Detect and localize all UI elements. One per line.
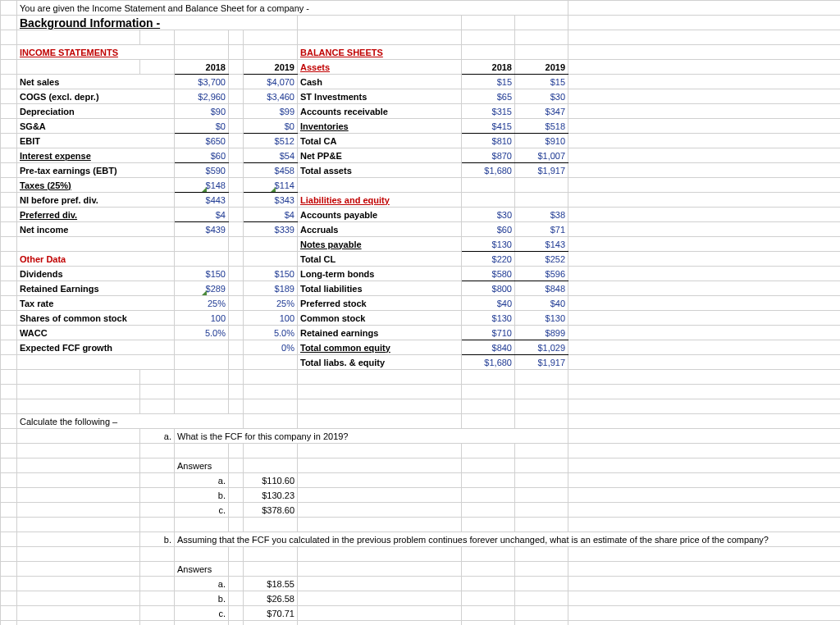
bs-asset-2019: $518 <box>515 119 568 134</box>
bs-liab-2019: $130 <box>515 311 568 326</box>
ans-b-value: $26.58 <box>244 591 298 606</box>
bs-asset-2019: $1,007 <box>515 148 568 163</box>
question-a: What is the FCF for this company in 2019… <box>175 429 568 444</box>
is-year-2018: 2018 <box>175 60 229 75</box>
is-val-2018: $60 <box>175 148 229 163</box>
bs-asset-label: Cash <box>298 75 462 89</box>
other-val-2018: 5.0% <box>175 326 229 340</box>
bs-asset-2018: $65 <box>462 89 515 104</box>
income-statement-title: INCOME STATEMENTS <box>17 45 175 60</box>
assets-header: Assets <box>298 60 462 75</box>
other-val-2018 <box>175 340 229 355</box>
bs-liab-2019: $1,917 <box>515 355 568 370</box>
answers-label-b: Answers <box>175 562 229 577</box>
intro-text: You are given the Income Statement and B… <box>17 1 568 16</box>
other-val-2019: $150 <box>244 267 298 281</box>
is-val-2019: $3,460 <box>244 89 298 104</box>
other-data-title: Other Data <box>17 252 175 267</box>
bs-asset-2019: $30 <box>515 89 568 104</box>
other-val-2019: 25% <box>244 296 298 311</box>
bs-year-2019: 2019 <box>515 60 568 75</box>
is-val-2018: $4 <box>175 208 229 222</box>
bs-liab-2019: $1,029 <box>515 340 568 355</box>
bs-asset-label: Total assets <box>298 163 462 178</box>
bs-liab-2019: $848 <box>515 281 568 296</box>
bs-liab-label: Total CL <box>298 252 462 267</box>
is-val-2019: $99 <box>244 104 298 119</box>
is-row-label: Interest expense <box>17 148 175 163</box>
bs-liab-2018: $30 <box>462 208 515 222</box>
bs-asset-2018: $870 <box>462 148 515 163</box>
other-val-2018: $289 <box>175 281 229 296</box>
bs-liab-2018: $580 <box>462 267 515 281</box>
is-row-label: Depreciation <box>17 104 175 119</box>
other-row-label: Shares of common stock <box>17 311 175 326</box>
bs-asset-2019: $1,917 <box>515 163 568 178</box>
bs-liab-2019: $899 <box>515 326 568 340</box>
ans-b-letter: c. <box>175 606 229 621</box>
other-val-2019: 5.0% <box>244 326 298 340</box>
answers-label-a: Answers <box>175 458 229 473</box>
bs-asset-label: Total CA <box>298 134 462 148</box>
bs-liab-2019: $252 <box>515 252 568 267</box>
other-row-label: Dividends <box>17 267 175 281</box>
is-row-label: SG&A <box>17 119 175 134</box>
bs-liab-2018: $840 <box>462 340 515 355</box>
ans-a-value: $130.23 <box>244 488 298 503</box>
is-row-label: Preferred div. <box>17 208 175 222</box>
is-val-2019: $4,070 <box>244 75 298 89</box>
bs-liab-2018: $130 <box>462 237 515 252</box>
balance-sheet-title: BALANCE SHEETS <box>298 45 462 60</box>
ans-b-value: $70.71 <box>244 606 298 621</box>
bs-year-2018: 2018 <box>462 60 515 75</box>
is-val-2019: $458 <box>244 163 298 178</box>
bs-asset-2018: $415 <box>462 119 515 134</box>
is-row-label: Pre-tax earnings (EBT) <box>17 163 175 178</box>
is-val-2019: $512 <box>244 134 298 148</box>
bs-liab-2018: $40 <box>462 296 515 311</box>
is-val-2018: $439 <box>175 222 229 237</box>
is-val-2019: $343 <box>244 193 298 208</box>
other-val-2019: $189 <box>244 281 298 296</box>
is-val-2018: $590 <box>175 163 229 178</box>
bs-liab-2018: $130 <box>462 311 515 326</box>
is-row-label: Net sales <box>17 75 175 89</box>
ans-b-letter: b. <box>175 591 229 606</box>
bs-liab-label: Total liabilities <box>298 281 462 296</box>
bs-asset-label: ST Investments <box>298 89 462 104</box>
bs-liab-2019: $143 <box>515 237 568 252</box>
is-val-2018: $3,700 <box>175 75 229 89</box>
is-row-label: Net income <box>17 222 175 237</box>
ans-a-letter: a. <box>175 473 229 488</box>
bs-asset-2018: $1,680 <box>462 163 515 178</box>
is-val-2018: $90 <box>175 104 229 119</box>
bs-liab-label: Long-term bonds <box>298 267 462 281</box>
ans-a-letter: c. <box>175 503 229 518</box>
other-val-2018: $150 <box>175 267 229 281</box>
spreadsheet: You are given the Income Statement and B… <box>0 0 840 625</box>
is-row-label: NI before pref. div. <box>17 193 175 208</box>
bs-asset-2018: $315 <box>462 104 515 119</box>
bs-liab-2018: $800 <box>462 281 515 296</box>
bs-asset-label: Accounts receivable <box>298 104 462 119</box>
bs-liab-2018: $220 <box>462 252 515 267</box>
bs-liab-label: Preferred stock <box>298 296 462 311</box>
question-b: Assuming that the FCF you calculated in … <box>175 532 841 547</box>
bs-liab-label: Notes payable <box>298 237 462 252</box>
bs-liab-2018: $710 <box>462 326 515 340</box>
other-val-2019: 100 <box>244 311 298 326</box>
other-row-label: Expected FCF growth <box>17 340 175 355</box>
is-row-label: EBIT <box>17 134 175 148</box>
bs-liab-label: Common stock <box>298 311 462 326</box>
other-val-2018: 100 <box>175 311 229 326</box>
bs-liab-2018: $60 <box>462 222 515 237</box>
liab-header: Liabilities and equity <box>298 193 462 208</box>
is-row-label: COGS (excl. depr.) <box>17 89 175 104</box>
bs-liab-2018: $1,680 <box>462 355 515 370</box>
bs-asset-2019: $910 <box>515 134 568 148</box>
is-val-2018: $2,960 <box>175 89 229 104</box>
is-val-2019: $339 <box>244 222 298 237</box>
bs-asset-2019: $15 <box>515 75 568 89</box>
other-row-label: WACC <box>17 326 175 340</box>
is-val-2019: $0 <box>244 119 298 134</box>
